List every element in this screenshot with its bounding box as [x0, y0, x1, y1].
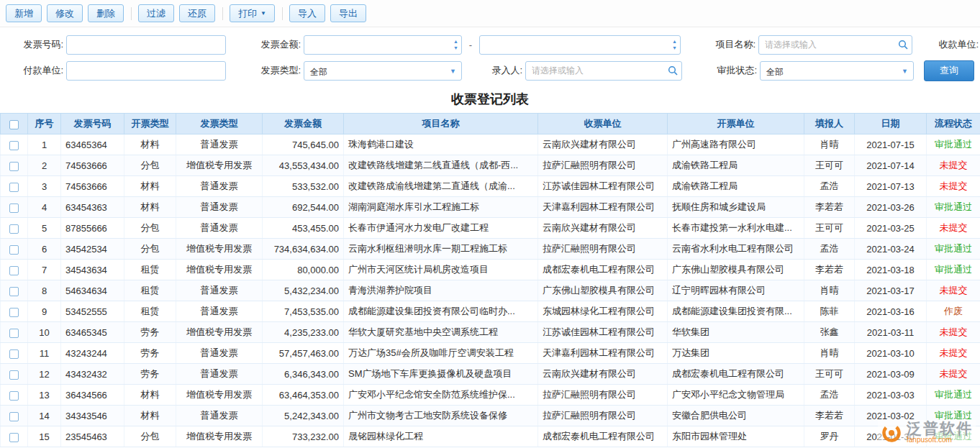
cell-issuer[interactable]: 东阳市园林管理处: [668, 426, 804, 447]
approval-status-select[interactable]: 全部 ▼: [760, 61, 914, 81]
table-row[interactable]: 953452555租赁普通发票7,453,535.00成都能源建设集团投资有限公…: [1, 301, 980, 322]
cell-issuer[interactable]: 成都宏泰机电工程有限公司: [668, 364, 804, 385]
row-checkbox[interactable]: [9, 162, 19, 171]
select-all-checkbox[interactable]: [9, 120, 19, 129]
cell-project[interactable]: 改建铁路成渝线增建第二直通线（成渝...: [344, 176, 538, 197]
cell-issuer[interactable]: 云南省水利水电工程有限公司: [668, 239, 804, 260]
amount-max-input[interactable]: [479, 35, 681, 55]
cell-invoice-no[interactable]: 34542534: [61, 239, 124, 260]
cell-payee[interactable]: 东城园林绿化工程有限公司: [538, 301, 668, 322]
cell-invoice-no[interactable]: 63465345: [61, 322, 124, 343]
cell-project[interactable]: 华软大厦研究基地中央空调系统工程: [344, 322, 538, 343]
table-row[interactable]: 854634634租赁普通发票5,432,234.00青海洪湖养护院项目广东佛山…: [1, 280, 980, 301]
table-row[interactable]: 587855666分包普通发票453,455.00长春市伊通河水力发电厂改建工程…: [1, 218, 980, 239]
row-checkbox[interactable]: [9, 308, 19, 317]
cell-invoice-no[interactable]: 34343546: [61, 406, 124, 426]
amount-min-input[interactable]: [304, 35, 462, 55]
column-header[interactable]: 收票单位: [538, 114, 668, 134]
row-checkbox[interactable]: [9, 141, 19, 150]
cell-payee[interactable]: 成都宏泰机电工程有限公司: [538, 260, 668, 280]
project-name-input[interactable]: [758, 35, 912, 55]
cell-payee[interactable]: 拉萨汇融照明有限公司: [538, 239, 668, 260]
query-button[interactable]: 查询: [924, 60, 974, 81]
table-row[interactable]: 374563666材料普通发票533,532.00改建铁路成渝线增建第二直通线（…: [1, 176, 980, 197]
cell-filler[interactable]: 王可可: [804, 155, 855, 176]
cell-filler[interactable]: 孟浩: [804, 176, 855, 197]
cell-issuer[interactable]: 辽宁明晖园林有限公司: [668, 280, 804, 301]
cell-filler[interactable]: 王可可: [804, 364, 855, 385]
table-row[interactable]: 1243432432劳务普通发票6,346,343.00SM广场地下车库更换摄像…: [1, 364, 980, 385]
cell-filler[interactable]: 罗丹: [804, 426, 855, 447]
cell-filler[interactable]: 肖晴: [804, 343, 855, 364]
row-checkbox[interactable]: [9, 266, 19, 275]
spinner-icon[interactable]: ▲▼: [453, 38, 458, 51]
cell-project[interactable]: 成都能源建设集团投资有限公司临时办...: [344, 301, 538, 322]
cell-issuer[interactable]: 成都能源建设集团投资有限...: [668, 301, 804, 322]
table-row[interactable]: 634542534分包增值税专用发票734,634,634.00云南水利枢纽潜明…: [1, 239, 980, 260]
cell-filler[interactable]: 李若若: [804, 406, 855, 426]
edit-button[interactable]: 修改: [47, 4, 83, 22]
cell-issuer[interactable]: 长春市建投第一水利水电建...: [668, 218, 804, 239]
table-row[interactable]: 163465364材料普通发票745,645.00珠海鹤港口建设云南欣兴建材有限…: [1, 134, 980, 155]
cell-payee[interactable]: 拉萨汇融照明有限公司: [538, 155, 668, 176]
export-button[interactable]: 导出: [330, 4, 366, 22]
cell-filler[interactable]: 张鑫: [804, 322, 855, 343]
cell-issuer[interactable]: 成渝铁路工程局: [668, 155, 804, 176]
column-header[interactable]: 开票单位: [668, 114, 804, 134]
column-header[interactable]: 填报人: [804, 114, 855, 134]
table-row[interactable]: 1434343546材料普通发票5,242,343.00广州市文物考古工地安防系…: [1, 406, 980, 426]
row-checkbox[interactable]: [9, 433, 19, 442]
table-row[interactable]: 1523545463分包增值税专用发票733,232.00晟铭园林绿化工程成都宏…: [1, 426, 980, 447]
cell-issuer[interactable]: 华软集团: [668, 322, 804, 343]
print-button[interactable]: 打印▼: [230, 4, 275, 22]
cell-invoice-no[interactable]: 87855666: [61, 218, 124, 239]
cell-issuer[interactable]: 成渝铁路工程局: [668, 176, 804, 197]
table-row[interactable]: 734543634租赁增值税专用发票80,000.00广州市天河区统计局机房改造…: [1, 260, 980, 280]
invoice-type-select[interactable]: 全部 ▼: [304, 61, 462, 81]
entry-person-input[interactable]: [525, 61, 682, 81]
row-checkbox[interactable]: [9, 329, 19, 338]
spinner-icon[interactable]: ▲▼: [672, 38, 677, 51]
cell-invoice-no[interactable]: 74563666: [61, 176, 124, 197]
cell-payee[interactable]: 云南欣兴建材有限公司: [538, 218, 668, 239]
row-checkbox[interactable]: [9, 412, 19, 421]
cell-issuer[interactable]: 广州高速路有限公司: [668, 134, 804, 155]
column-header[interactable]: 流程状态: [927, 114, 980, 134]
restore-button[interactable]: 还原: [179, 4, 215, 22]
cell-payee[interactable]: 江苏诚佳园林工程有限公司: [538, 176, 668, 197]
cell-payee[interactable]: 成都宏泰机电工程有限公司: [538, 426, 668, 447]
cell-project[interactable]: 珠海鹤港口建设: [344, 134, 538, 155]
cell-payee[interactable]: 拉萨汇融照明有限公司: [538, 385, 668, 406]
cell-invoice-no[interactable]: 63454363: [61, 197, 124, 218]
table-row[interactable]: 274563666分包增值税专用发票43,553,434.00改建铁路线增建第二…: [1, 155, 980, 176]
cell-payee[interactable]: 江苏诚佳园林工程有限公司: [538, 322, 668, 343]
search-icon[interactable]: [898, 40, 908, 52]
cell-project[interactable]: 湖南洞庭湖水库引水工程施工标: [344, 197, 538, 218]
cell-issuer[interactable]: 广东佛山塑胶模具有限公司: [668, 260, 804, 280]
cell-filler[interactable]: 李若若: [804, 197, 855, 218]
row-checkbox[interactable]: [9, 370, 19, 380]
row-checkbox[interactable]: [9, 391, 19, 401]
cell-issuer[interactable]: 安徽合肥供电公司: [668, 406, 804, 426]
cell-project[interactable]: 改建铁路线增建第二线直通线（成都-西...: [344, 155, 538, 176]
cell-issuer[interactable]: 万达集团: [668, 343, 804, 364]
cell-project[interactable]: 广州市天河区统计局机房改造项目: [344, 260, 538, 280]
delete-button[interactable]: 删除: [88, 4, 124, 22]
cell-invoice-no[interactable]: 74563666: [61, 155, 124, 176]
column-header[interactable]: 序号: [28, 114, 61, 134]
row-checkbox[interactable]: [9, 349, 19, 359]
cell-project[interactable]: 云南水利枢纽潜明水库一期工程施工标: [344, 239, 538, 260]
payer-unit-input[interactable]: [66, 61, 226, 81]
filter-button[interactable]: 过滤: [138, 4, 174, 22]
cell-filler[interactable]: 李若若: [804, 260, 855, 280]
row-checkbox[interactable]: [9, 224, 19, 234]
cell-invoice-no[interactable]: 36434566: [61, 385, 124, 406]
column-header[interactable]: 开票类型: [124, 114, 176, 134]
row-checkbox[interactable]: [9, 287, 19, 296]
cell-payee[interactable]: 云南欣兴建材有限公司: [538, 134, 668, 155]
row-checkbox[interactable]: [9, 245, 19, 255]
cell-filler[interactable]: 肖晴: [804, 134, 855, 155]
cell-invoice-no[interactable]: 53452555: [61, 301, 124, 322]
cell-issuer[interactable]: 抚顺住房和城乡建设局: [668, 197, 804, 218]
cell-filler[interactable]: 孟浩: [804, 385, 855, 406]
